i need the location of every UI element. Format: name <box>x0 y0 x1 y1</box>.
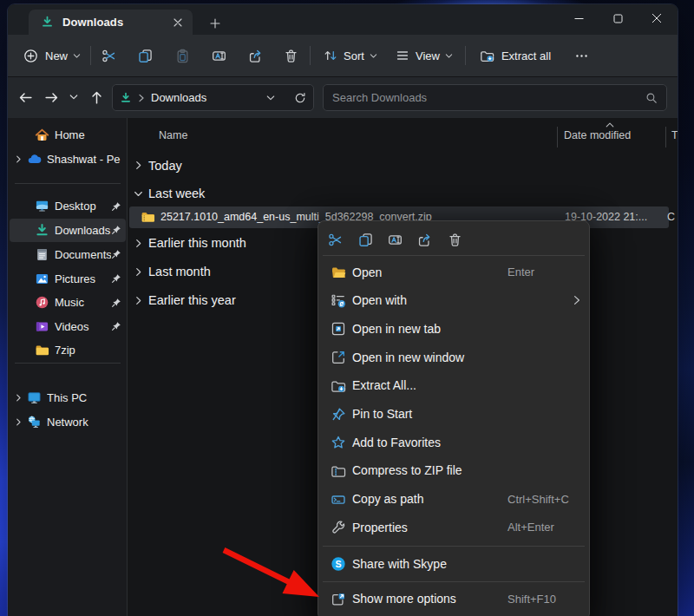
delete-button[interactable] <box>276 41 305 70</box>
share-icon <box>248 49 263 63</box>
open-with-icon <box>331 293 345 308</box>
back-button[interactable] <box>13 85 37 109</box>
sidebar-item-documents[interactable]: Documents <box>10 243 126 266</box>
menu-item-open-with[interactable]: Open with <box>322 286 586 315</box>
column-separator[interactable] <box>665 127 666 147</box>
minimize-button[interactable] <box>560 4 598 32</box>
menu-item-compress-to-zip[interactable]: Compress to ZIP file <box>322 456 586 485</box>
menu-item-copy-as-path[interactable]: Copy as path Ctrl+Shift+C <box>322 485 586 514</box>
cut-button[interactable] <box>94 41 123 70</box>
menu-item-shortcut: Alt+Enter <box>507 521 554 534</box>
expand-chevron-icon[interactable] <box>10 418 27 426</box>
see-more-button[interactable] <box>566 41 596 70</box>
sidebar-item-7zip[interactable]: 7zip <box>10 338 126 362</box>
menu-item-label: Open in new window <box>352 351 586 364</box>
sidebar-item-label: 7zip <box>55 344 126 357</box>
tab-title: Downloads <box>62 16 170 29</box>
desktop-wallpaper-right <box>677 0 694 616</box>
share-button[interactable] <box>410 226 438 253</box>
group-header-earlier-this-year[interactable]: Earlier this year <box>134 290 236 311</box>
menu-item-extract-all[interactable]: Extract All... <box>322 371 586 400</box>
menu-item-pin-to-start[interactable]: Pin to Start <box>322 400 586 429</box>
sidebar-item-pictures[interactable]: Pictures <box>10 267 126 291</box>
downloads-folder-icon <box>120 92 132 104</box>
new-tab-button[interactable] <box>206 15 225 32</box>
file-type: C <box>667 211 675 223</box>
sort-ascending-icon <box>606 122 614 128</box>
sidebar-item-downloads[interactable]: Downloads <box>10 219 126 242</box>
collapse-chevron-icon[interactable] <box>134 267 143 277</box>
search-icon <box>645 92 658 104</box>
sidebar-item-videos[interactable]: Videos <box>10 315 126 338</box>
share-button[interactable] <box>240 41 270 70</box>
group-header-last-month[interactable]: Last month <box>134 261 211 282</box>
column-separator[interactable] <box>557 127 558 147</box>
pin-icon <box>111 321 123 331</box>
star-icon <box>331 435 345 449</box>
sidebar-item-desktop[interactable]: Desktop <box>10 194 126 218</box>
tab-downloads[interactable]: Downloads <box>29 10 193 35</box>
sort-button[interactable]: Sort <box>317 41 384 70</box>
collapse-chevron-icon[interactable] <box>134 161 143 170</box>
sidebar-item-onedrive[interactable]: Shashwat - Pe <box>10 147 126 171</box>
breadcrumb-location[interactable]: Downloads <box>151 91 206 104</box>
collapse-chevron-icon[interactable] <box>134 239 143 248</box>
tab-close-button[interactable] <box>170 15 186 30</box>
rename-button[interactable] <box>381 226 409 253</box>
copy-button[interactable] <box>351 226 379 253</box>
cut-icon <box>101 49 116 63</box>
expand-chevron-icon[interactable] <box>10 394 27 402</box>
sort-icon <box>324 49 337 62</box>
group-header-today[interactable]: Today <box>134 155 182 176</box>
more-dots-icon <box>575 49 588 62</box>
view-button[interactable]: View <box>390 41 459 70</box>
back-arrow-icon <box>18 90 33 105</box>
menu-item-add-to-favorites[interactable]: Add to Favorites <box>322 428 586 456</box>
sidebar-item-home[interactable]: Home <box>10 123 126 147</box>
column-header-name[interactable]: Name <box>159 129 187 141</box>
search-box[interactable] <box>323 84 667 111</box>
refresh-icon[interactable] <box>294 92 306 104</box>
delete-button[interactable] <box>441 226 468 253</box>
column-header-type[interactable]: Type <box>671 129 678 141</box>
menu-item-properties[interactable]: Properties Alt+Enter <box>322 513 586 541</box>
copy-button[interactable] <box>130 41 160 70</box>
address-bar[interactable]: Downloads <box>112 84 314 111</box>
forward-button[interactable] <box>39 85 63 109</box>
menu-item-share-with-skype[interactable]: S Share with Skype <box>322 549 586 578</box>
expand-chevron-icon[interactable] <box>10 155 27 163</box>
sidebar-item-this-pc[interactable]: This PC <box>10 386 126 410</box>
copy-icon <box>138 49 153 63</box>
sidebar-item-network[interactable]: Network <box>10 410 126 434</box>
menu-item-open-in-new-tab[interactable]: Open in new tab <box>322 314 586 343</box>
address-dropdown-icon[interactable] <box>266 94 275 102</box>
rename-button[interactable] <box>204 41 233 70</box>
cut-button[interactable] <box>321 226 349 253</box>
menu-item-open[interactable]: Open Enter <box>322 258 586 286</box>
recent-locations-button[interactable] <box>63 85 84 109</box>
context-menu-quick-actions <box>318 225 589 255</box>
group-header-last-week[interactable]: Last week <box>134 183 205 204</box>
expand-chevron-icon[interactable] <box>134 189 143 199</box>
extract-all-button[interactable]: Extract all <box>472 41 559 70</box>
open-folder-icon <box>331 265 345 279</box>
paste-button[interactable] <box>167 41 197 70</box>
new-button[interactable]: New <box>16 41 89 70</box>
collapse-chevron-icon[interactable] <box>134 296 143 305</box>
column-header-date-modified[interactable]: Date modified <box>564 129 631 141</box>
search-input[interactable] <box>332 91 645 104</box>
group-header-earlier-this-month[interactable]: Earlier this month <box>134 233 246 253</box>
copy-as-path-icon <box>331 492 345 507</box>
chevron-down-icon <box>370 52 377 60</box>
sidebar-item-label: Videos <box>55 320 111 333</box>
sidebar-item-music[interactable]: Music <box>10 291 126 314</box>
close-button[interactable] <box>638 4 676 32</box>
menu-item-open-in-new-window[interactable]: Open in new window <box>322 343 586 371</box>
menu-item-show-more-options[interactable]: Show more options Shift+F10 <box>322 585 586 613</box>
wrench-icon <box>331 520 345 534</box>
close-icon <box>174 18 182 27</box>
sidebar-item-label: Pictures <box>55 272 111 285</box>
maximize-button[interactable] <box>599 4 637 32</box>
close-icon <box>651 13 662 23</box>
up-button[interactable] <box>84 85 108 109</box>
